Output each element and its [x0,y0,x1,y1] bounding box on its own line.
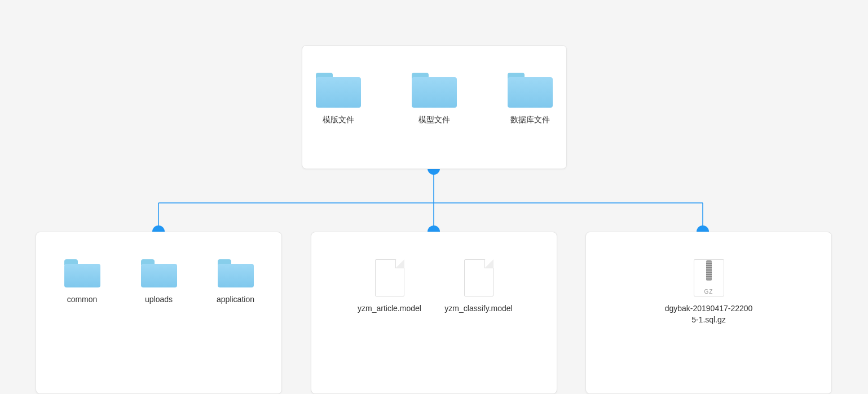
file-label: yzm_classify.model [444,303,512,315]
folder-label: 模版文件 [323,114,354,126]
child-card-3: GZ dgybak-20190417-222005-1.sql.gz [585,232,832,394]
folder-item[interactable]: common [57,259,108,306]
folder-icon [218,259,254,287]
folder-item[interactable]: application [210,259,261,306]
root-row: 模版文件 模型文件 数据库文件 [307,73,561,126]
file-label: dgybak-20190417-222005-1.sql.gz [664,303,754,325]
file-icon [464,259,494,296]
child-row: yzm_article.model yzm_classify.model [353,259,515,315]
child-row: GZ dgybak-20190417-222005-1.sql.gz [664,259,754,325]
file-label: yzm_article.model [358,303,421,315]
gz-archive-icon: GZ [694,259,724,296]
folder-label: application [217,294,254,306]
folder-label: 数据库文件 [510,114,550,126]
folder-icon [412,73,457,108]
folder-label: uploads [145,294,173,306]
file-item[interactable]: yzm_article.model [353,259,426,315]
folder-icon [508,73,553,108]
folder-label: 模型文件 [418,114,450,126]
gz-ext-label: GZ [694,289,724,295]
child-card-2: yzm_article.model yzm_classify.model [311,232,557,394]
folder-item[interactable]: 模版文件 [307,73,369,126]
file-item[interactable]: yzm_classify.model [442,259,515,315]
file-item[interactable]: GZ dgybak-20190417-222005-1.sql.gz [664,259,754,325]
folder-icon [141,259,177,287]
file-icon [375,259,404,296]
folder-icon [316,73,361,108]
folder-item[interactable]: 数据库文件 [499,73,561,126]
child-row: common uploads application [57,259,261,306]
folder-item[interactable]: uploads [134,259,184,306]
child-card-1: common uploads application [36,232,282,394]
root-card: 模版文件 模型文件 数据库文件 [302,45,567,169]
folder-icon [64,259,100,287]
folder-label: common [67,294,98,306]
folder-item[interactable]: 模型文件 [403,73,465,126]
